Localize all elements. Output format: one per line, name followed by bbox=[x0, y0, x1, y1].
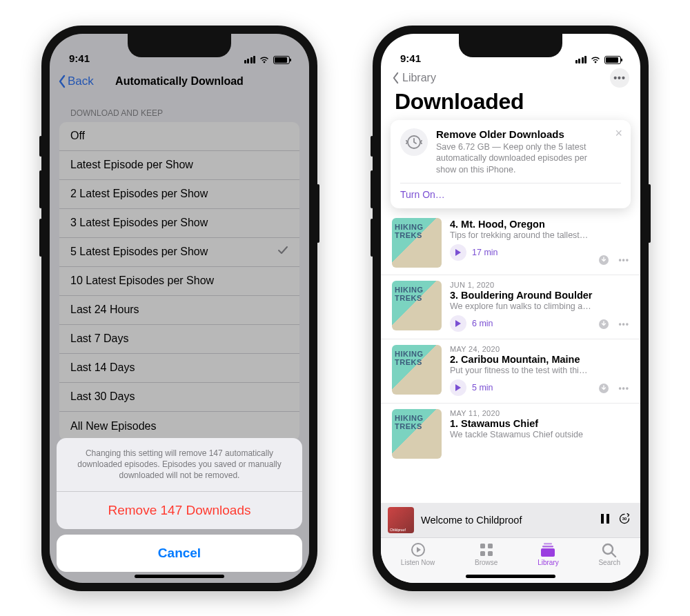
tab-search[interactable]: Search bbox=[598, 542, 620, 566]
episode-desc: We explore fun walks to climbing a… bbox=[450, 301, 629, 311]
podcast-artwork bbox=[392, 218, 442, 268]
turn-on-button[interactable]: Turn On… bbox=[400, 183, 621, 200]
svg-rect-11 bbox=[488, 551, 493, 556]
cancel-button[interactable]: Cancel bbox=[57, 535, 302, 572]
pause-button[interactable] bbox=[599, 513, 611, 528]
podcast-artwork bbox=[392, 345, 442, 395]
now-playing-title: Welcome to Childproof bbox=[421, 515, 592, 526]
status-time: 9:41 bbox=[400, 52, 421, 64]
svg-rect-9 bbox=[488, 544, 493, 548]
remove-older-banner: × Remove Older Downloads Save 6.72 GB — … bbox=[391, 120, 631, 209]
tab-listen-now[interactable]: Listen Now bbox=[401, 542, 435, 566]
episode-date: May 11, 2020 bbox=[450, 409, 629, 417]
ellipsis-icon: ••• bbox=[613, 72, 626, 83]
episode-duration: 17 min bbox=[472, 248, 498, 257]
episode-desc: Tips for trekking around the tallest… bbox=[450, 230, 629, 240]
svg-text:30: 30 bbox=[622, 517, 627, 521]
svg-rect-14 bbox=[541, 548, 555, 557]
episode-list[interactable]: 4. Mt. Hood, Oregon Tips for trekking ar… bbox=[381, 212, 640, 502]
search-icon bbox=[601, 542, 618, 557]
phone-left: 9:41 Back Automatically Download Downloa… bbox=[41, 26, 317, 591]
svg-rect-10 bbox=[480, 551, 485, 556]
episode-row[interactable]: May 11, 2020 1. Stawamus Chief We tackle… bbox=[381, 404, 640, 466]
close-icon[interactable]: × bbox=[615, 127, 622, 139]
episode-title: 1. Stawamus Chief bbox=[450, 418, 629, 429]
chevron-left-icon bbox=[392, 72, 400, 84]
episode-date: May 24, 2020 bbox=[450, 345, 629, 353]
skip-forward-30-button[interactable]: 30 bbox=[618, 513, 631, 528]
downloaded-icon bbox=[599, 255, 609, 265]
now-playing-artwork bbox=[388, 507, 414, 533]
episode-duration: 6 min bbox=[472, 319, 493, 328]
play-circle-icon bbox=[410, 542, 426, 557]
svg-rect-5 bbox=[607, 514, 609, 524]
svg-rect-13 bbox=[542, 546, 553, 548]
battery-icon bbox=[604, 56, 621, 64]
tab-label: Listen Now bbox=[401, 559, 435, 566]
episode-title: 2. Caribou Mountain, Maine bbox=[450, 354, 629, 365]
back-label: Library bbox=[402, 72, 436, 84]
episode-more-button[interactable]: ••• bbox=[618, 255, 629, 265]
now-playing-bar[interactable]: Welcome to Childproof 30 bbox=[381, 503, 640, 537]
svg-rect-12 bbox=[544, 543, 552, 545]
episode-row[interactable]: May 24, 2020 2. Caribou Mountain, Maine … bbox=[381, 339, 640, 404]
play-button[interactable] bbox=[450, 379, 466, 396]
grid-icon bbox=[478, 542, 495, 557]
downloaded-icon bbox=[599, 384, 609, 393]
podcast-artwork bbox=[392, 281, 442, 330]
library-icon bbox=[540, 542, 556, 557]
tab-browse[interactable]: Browse bbox=[475, 542, 497, 566]
play-button[interactable] bbox=[450, 244, 466, 261]
episode-desc: We tackle Stawamus Chief outside bbox=[450, 430, 629, 439]
cellular-icon bbox=[575, 56, 587, 63]
episode-more-button[interactable]: ••• bbox=[618, 319, 629, 329]
banner-desc: Save 6.72 GB — Keep only the 5 latest au… bbox=[436, 141, 595, 177]
episode-title: 3. Bouldering Around Boulder bbox=[450, 290, 629, 301]
tab-label: Library bbox=[538, 559, 559, 566]
downloaded-icon bbox=[599, 319, 609, 329]
library-back-button[interactable]: Library bbox=[392, 72, 436, 84]
podcast-artwork bbox=[392, 409, 442, 459]
episode-row[interactable]: Jun 1, 2020 3. Bouldering Around Boulder… bbox=[381, 275, 640, 339]
more-button[interactable]: ••• bbox=[610, 68, 629, 88]
banner-title: Remove Older Downloads bbox=[436, 128, 595, 140]
status-bar: 9:41 bbox=[381, 34, 640, 67]
episode-date: Jun 1, 2020 bbox=[450, 281, 629, 289]
wifi-icon bbox=[590, 56, 601, 64]
home-indicator[interactable] bbox=[466, 575, 555, 578]
page-title: Downloaded bbox=[381, 88, 640, 120]
play-button[interactable] bbox=[450, 315, 466, 332]
tab-library[interactable]: Library bbox=[538, 542, 559, 566]
nav-bar: Library ••• bbox=[381, 67, 640, 88]
episode-more-button[interactable]: ••• bbox=[618, 384, 629, 393]
episode-duration: 5 min bbox=[472, 383, 493, 393]
action-sheet: Changing this setting will remove 147 au… bbox=[57, 438, 302, 572]
tab-label: Browse bbox=[475, 559, 497, 566]
phone-right: 9:41 Library ••• Downloaded × bbox=[373, 26, 649, 591]
remove-downloads-button[interactable]: Remove 147 Downloads bbox=[57, 492, 302, 529]
episode-title: 4. Mt. Hood, Oregon bbox=[450, 219, 629, 230]
history-icon bbox=[400, 128, 428, 156]
svg-line-16 bbox=[612, 553, 616, 557]
svg-rect-4 bbox=[601, 514, 604, 524]
episode-desc: Put your fitness to the test with thi… bbox=[450, 366, 629, 375]
tab-label: Search bbox=[598, 559, 620, 566]
svg-rect-8 bbox=[480, 544, 485, 548]
action-sheet-message: Changing this setting will remove 147 au… bbox=[57, 438, 302, 492]
episode-row[interactable]: 4. Mt. Hood, Oregon Tips for trekking ar… bbox=[381, 212, 640, 275]
